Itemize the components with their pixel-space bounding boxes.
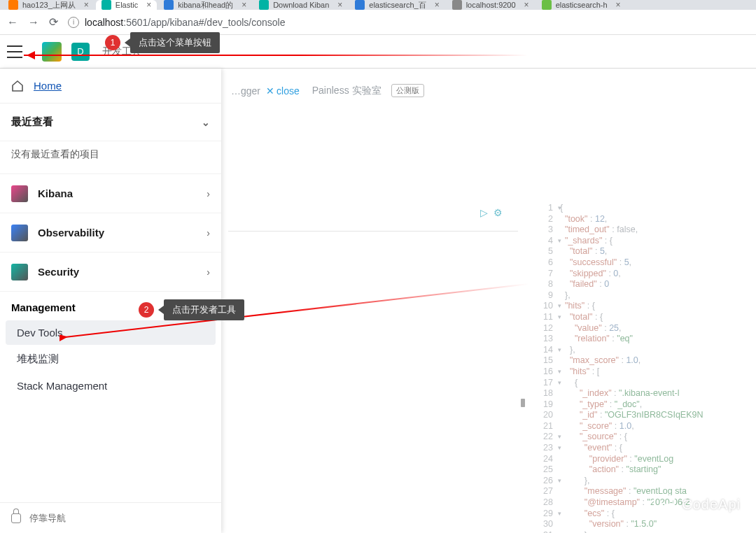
browser-tab[interactable]: Elastic× <box>96 0 157 10</box>
tab-label: kibana和head的 <box>178 0 233 10</box>
chevron-right-icon: › <box>206 188 210 199</box>
output-code: "hits" : [ <box>560 367 599 378</box>
response-output-panel[interactable]: 1{2 "took" : 12,3 "timed_out" : false,4 … <box>532 203 756 533</box>
gutter-line-number: 27 <box>532 486 560 497</box>
tab-close-icon[interactable]: × <box>337 0 342 10</box>
output-line: 19 "_type" : "_doc", <box>532 399 756 411</box>
output-line: 16 "hits" : [ <box>532 367 756 378</box>
tab-label: elasticsearch-h <box>556 1 608 9</box>
gutter-line-number: 29 <box>532 509 560 520</box>
tab-debugger-faded[interactable]: …gger <box>231 85 260 97</box>
mgmt-item-dev-tools[interactable]: Dev Tools <box>6 320 216 345</box>
tab-close-icon[interactable]: × <box>616 0 621 10</box>
output-line: 11 "total" : { <box>532 312 756 323</box>
site-info-icon[interactable]: i <box>68 17 79 28</box>
output-code: }, <box>560 290 570 301</box>
output-line: 22 "_source" : { <box>532 432 756 443</box>
browser-tab[interactable]: localhost:9200× <box>447 0 535 10</box>
gutter-line-number: 19 <box>532 399 560 411</box>
gutter-line-number: 20 <box>532 410 560 421</box>
tab-close-icon[interactable]: × <box>435 0 440 10</box>
gutter-line-number: 9 <box>532 290 560 301</box>
home-icon <box>11 80 24 92</box>
output-code: "total" : { <box>560 312 603 323</box>
output-code: { <box>560 378 578 389</box>
reload-button[interactable]: ⟳ <box>49 15 58 29</box>
output-line: 5 "total" : 5, <box>532 246 756 257</box>
favicon-icon <box>259 0 269 10</box>
gutter-line-number: 28 <box>532 497 560 509</box>
favicon-icon <box>102 0 111 10</box>
output-code: "_shards" : { <box>560 236 612 247</box>
back-button[interactable]: ← <box>7 16 18 29</box>
gutter-line-number: 4 <box>532 236 560 247</box>
output-line: 20 "_id" : "OGLF3nIBR8CSIqEK9N <box>532 410 756 421</box>
browser-tab[interactable]: elasticsearch_百× <box>349 0 444 10</box>
output-code: "total" : 5, <box>560 246 607 257</box>
gutter-line-number: 8 <box>532 279 560 290</box>
tab-close-icon[interactable]: × <box>524 0 529 10</box>
tab-label: elasticsearch_百 <box>369 0 426 10</box>
dock-nav-toggle[interactable]: 停靠导航 <box>0 502 221 533</box>
recent-section-label: 最近查看 <box>11 115 53 129</box>
annotation-arrow-1 <box>24 55 528 56</box>
nav-category-kibana[interactable]: Kibana› <box>0 173 221 213</box>
output-code: "_index" : ".kibana-event-l <box>560 388 679 399</box>
annotation-badge-1: 1 <box>105 35 120 50</box>
pane-resize-handle[interactable] <box>521 399 525 407</box>
chevron-down-icon: ⌄ <box>202 117 210 128</box>
tab-painless-lab[interactable]: Painless 实验室 <box>312 85 382 97</box>
browser-tab-strip: hao123_上网从×Elastic×kibana和head的×Download… <box>0 0 756 10</box>
dock-nav-label: 停靠导航 <box>29 512 66 525</box>
url-path: :5601/app/kibana#/dev_tools/console <box>123 17 285 28</box>
output-line: 12 "value" : 25, <box>532 323 756 334</box>
output-line: 7 "skipped" : 0, <box>532 269 756 280</box>
run-request-icon[interactable]: ▷ <box>480 207 488 218</box>
gutter-line-number: 10 <box>532 301 560 312</box>
gutter-line-number: 12 <box>532 323 560 334</box>
browser-tab[interactable]: hao123_上网从× <box>3 0 94 10</box>
tab-close-icon[interactable]: × <box>146 0 151 10</box>
mgmt-item-堆栈监测[interactable]: 堆栈监测 <box>6 346 216 372</box>
gutter-line-number: 15 <box>532 355 560 367</box>
menu-toggle-button[interactable] <box>7 45 22 58</box>
output-line: 18 "_index" : ".kibana-event-l <box>532 388 756 399</box>
output-line: 15 "max_score" : 1.0, <box>532 355 756 367</box>
output-line: 10 "hits" : { <box>532 301 756 312</box>
gutter-line-number: 17 <box>532 378 560 389</box>
nav-home[interactable]: Home <box>0 69 221 104</box>
recent-section-toggle[interactable]: 最近查看 ⌄ <box>0 104 221 141</box>
gutter-line-number: 18 <box>532 388 560 399</box>
mgmt-item-stack-management[interactable]: Stack Management <box>6 374 216 398</box>
browser-tab[interactable]: Download Kiban× <box>253 0 348 10</box>
gutter-line-number: 30 <box>532 519 560 530</box>
drawer-close-link[interactable]: ✕ close <box>266 85 300 97</box>
tab-close-icon[interactable]: × <box>241 0 246 10</box>
nav-category-observability[interactable]: Observability› <box>0 213 221 252</box>
gutter-line-number: 3 <box>532 225 560 236</box>
browser-tab[interactable]: kibana和head的× <box>158 0 252 10</box>
output-line: 23 "event" : { <box>532 443 756 454</box>
recent-empty-text: 没有最近查看的项目 <box>0 141 221 173</box>
gutter-line-number: 2 <box>532 214 560 225</box>
browser-tab[interactable]: elasticsearch-h× <box>536 0 626 10</box>
security-icon <box>11 264 28 280</box>
output-line: 30 "version" : "1.5.0" <box>532 519 756 530</box>
elastic-logo-icon[interactable] <box>42 42 62 62</box>
space-badge[interactable]: D <box>71 43 90 61</box>
request-options-icon[interactable]: ⚙ <box>493 207 503 218</box>
output-line: 21 "_score" : 1.0, <box>532 421 756 432</box>
tab-close-icon[interactable]: × <box>84 0 89 10</box>
gutter-line-number: 16 <box>532 367 560 378</box>
beta-badge: 公测版 <box>391 84 424 97</box>
forward-button[interactable]: → <box>28 16 39 29</box>
address-bar[interactable]: i localhost:5601/app/kibana#/dev_tools/c… <box>68 17 749 28</box>
category-label: Security <box>38 266 206 278</box>
annotation-2: 2 点击开发者工具 <box>139 299 244 320</box>
gutter-line-number: 13 <box>532 334 560 345</box>
nav-category-security[interactable]: Security› <box>0 252 221 291</box>
annotation-badge-2: 2 <box>139 302 154 318</box>
output-code: "ecs" : { <box>560 509 615 520</box>
output-code: "timed_out" : false, <box>560 225 638 236</box>
gutter-line-number: 31 <box>532 530 560 533</box>
